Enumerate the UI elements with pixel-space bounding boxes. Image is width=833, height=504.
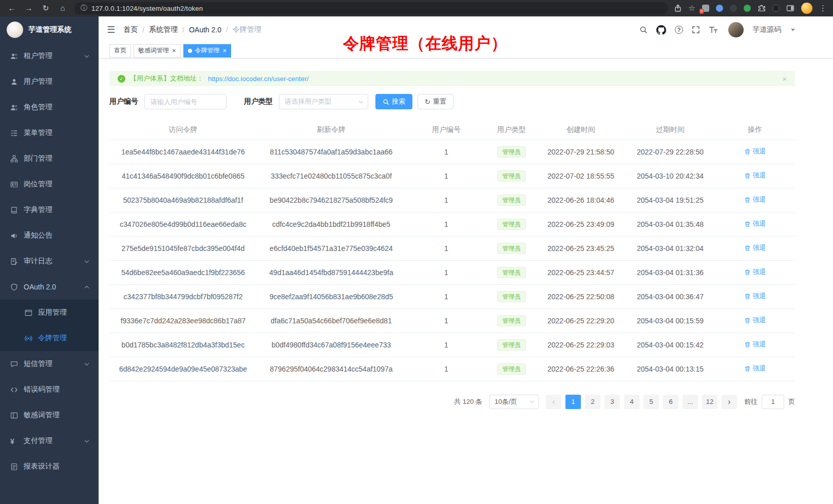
- prev-page-button[interactable]: ‹: [546, 395, 561, 409]
- help-icon[interactable]: ?: [675, 26, 683, 34]
- force-logout-button[interactable]: 强退: [744, 316, 766, 325]
- sidebar-item-dept[interactable]: 部门管理: [0, 146, 99, 171]
- page-button-1[interactable]: 1: [565, 395, 581, 409]
- breadcrumb-current: 令牌管理: [233, 25, 261, 34]
- user-type-badge: 管理员: [497, 267, 526, 278]
- table-row: 54d6be82ee5a460a9aedc1f9bf223656 49d1aa4…: [109, 260, 795, 284]
- tab-token-management[interactable]: 令牌管理 ×: [183, 44, 232, 57]
- col-user-id: 用户编号: [406, 120, 487, 140]
- sidebar-item-payment[interactable]: ¥ 支付管理: [0, 428, 99, 454]
- close-icon[interactable]: ×: [223, 47, 227, 54]
- sidebar-item-notice[interactable]: 通知公告: [0, 223, 99, 248]
- search-icon[interactable]: [639, 26, 648, 34]
- share-icon[interactable]: [674, 4, 682, 12]
- user-type-badge: 管理员: [497, 219, 526, 230]
- split-view-icon[interactable]: [786, 4, 794, 12]
- force-logout-button[interactable]: 强退: [744, 267, 766, 277]
- site-info-icon[interactable]: ⓘ: [81, 4, 87, 13]
- goto-page-input[interactable]: [762, 395, 784, 409]
- sidebar-item-app-management[interactable]: 应用管理: [0, 300, 99, 325]
- org-tree-icon: [10, 155, 18, 163]
- alert-close-icon[interactable]: ×: [782, 74, 787, 83]
- force-logout-button[interactable]: 强退: [744, 292, 766, 301]
- book-icon: [10, 206, 18, 214]
- user-type-badge: 管理员: [497, 146, 526, 158]
- extensions-puzzle-icon[interactable]: [758, 4, 766, 12]
- force-logout-button[interactable]: 强退: [744, 219, 766, 228]
- forward-icon[interactable]: →: [24, 0, 33, 16]
- tab-sensitive-words[interactable]: 敏感词管理 ×: [134, 44, 181, 57]
- col-created-time: 创建时间: [536, 120, 626, 140]
- hamburger-icon[interactable]: ☰: [107, 24, 115, 35]
- page-button-4[interactable]: 4: [624, 395, 639, 409]
- home-icon[interactable]: ⌂: [58, 0, 67, 16]
- app-logo[interactable]: 芋道管理系统: [0, 16, 99, 43]
- user-type-badge: 管理员: [497, 170, 526, 182]
- sidebar-item-menu[interactable]: 菜单管理: [0, 120, 99, 146]
- tab-home[interactable]: 首页: [109, 44, 131, 57]
- sidebar-item-user[interactable]: 用户管理: [0, 69, 99, 94]
- extension-icon-1[interactable]: 0: [702, 5, 709, 12]
- user-avatar[interactable]: [728, 22, 744, 37]
- table-row: f9336e7c7dd242a283ee98dc86b17a87 dfa6c71…: [109, 308, 795, 333]
- table-row: 502375b8040a469a9b82188afdf6af1f be90422…: [109, 188, 795, 212]
- sidebar-item-audit-log[interactable]: 审计日志: [0, 248, 99, 274]
- browser-profile-avatar[interactable]: [801, 3, 812, 14]
- browser-menu-icon[interactable]: ⋮: [819, 4, 827, 13]
- page-size-select[interactable]: 10条/页: [489, 395, 539, 409]
- search-button[interactable]: 搜索: [375, 94, 412, 109]
- bookmark-star-icon[interactable]: ☆: [689, 4, 695, 13]
- page-button-6[interactable]: 6: [663, 395, 678, 409]
- sidebar-item-role[interactable]: 角色管理: [0, 94, 99, 120]
- sidebar-item-error-code[interactable]: 错误码管理: [0, 377, 99, 402]
- sidebar-item-token-management[interactable]: 令牌管理: [0, 325, 99, 351]
- extension-icon-4[interactable]: [744, 5, 751, 12]
- font-size-icon[interactable]: [709, 26, 718, 34]
- force-logout-button[interactable]: 强退: [744, 340, 766, 349]
- reload-icon[interactable]: ↻: [41, 0, 50, 16]
- breadcrumb-oauth2[interactable]: OAuth 2.0: [189, 26, 221, 34]
- page-button-3[interactable]: 3: [604, 395, 620, 409]
- sidebar-item-dict[interactable]: 字典管理: [0, 197, 99, 223]
- reset-button[interactable]: ↻ 重置: [418, 94, 453, 109]
- force-logout-button[interactable]: 强退: [744, 195, 766, 204]
- sidebar-item-oauth2[interactable]: OAuth 2.0: [0, 274, 99, 300]
- url-bar[interactable]: ⓘ 127.0.0.1:1024/system/oauth2/token: [74, 2, 668, 14]
- sidebar-item-tenant[interactable]: 租户管理: [0, 43, 99, 69]
- fullscreen-icon[interactable]: [692, 26, 700, 34]
- github-icon[interactable]: [656, 25, 666, 35]
- extension-icon-3[interactable]: [730, 5, 737, 12]
- chevron-down-icon: [85, 53, 89, 57]
- next-page-button[interactable]: ›: [722, 395, 737, 409]
- user-type-badge: 管理员: [497, 339, 526, 351]
- force-logout-button[interactable]: 强退: [744, 171, 766, 180]
- breadcrumb-home[interactable]: 首页: [123, 25, 138, 34]
- columns-icon: [10, 412, 18, 419]
- extension-icon-5[interactable]: [772, 5, 780, 12]
- force-logout-button[interactable]: 强退: [744, 243, 766, 253]
- extension-icon-2[interactable]: [716, 5, 723, 12]
- sidebar-item-post[interactable]: 岗位管理: [0, 171, 99, 197]
- force-logout-button[interactable]: 强退: [744, 147, 766, 156]
- table-row: 275e5de9151045fe87cbdc395e004f4d e6cfd40…: [109, 236, 795, 260]
- page-ellipsis[interactable]: ...: [683, 395, 698, 409]
- user-type-select[interactable]: 请选择用户类型: [279, 94, 368, 109]
- sidebar-item-sms[interactable]: 短信管理: [0, 351, 99, 377]
- page-button-5[interactable]: 5: [643, 395, 659, 409]
- page-button-2[interactable]: 2: [585, 395, 600, 409]
- caret-down-icon[interactable]: [791, 29, 795, 31]
- page-button-12[interactable]: 12: [702, 395, 717, 409]
- doc-link[interactable]: https://doc.iocoder.cn/user-center/: [208, 75, 309, 83]
- force-logout-button[interactable]: 强退: [744, 364, 766, 373]
- app-window-icon: [25, 309, 32, 317]
- close-icon[interactable]: ×: [172, 47, 176, 54]
- username[interactable]: 芋道源码: [752, 25, 781, 34]
- breadcrumb-system[interactable]: 系统管理: [149, 25, 178, 34]
- sidebar-item-report-designer[interactable]: 报表设计器: [0, 454, 99, 479]
- chevron-down-icon: [85, 258, 89, 262]
- goto-label: 前往: [744, 397, 758, 406]
- back-icon[interactable]: ←: [7, 0, 16, 16]
- sidebar-item-sensitive-words[interactable]: 敏感词管理: [0, 402, 99, 428]
- user-id-input[interactable]: [144, 94, 226, 109]
- user-type-badge: 管理员: [497, 243, 526, 254]
